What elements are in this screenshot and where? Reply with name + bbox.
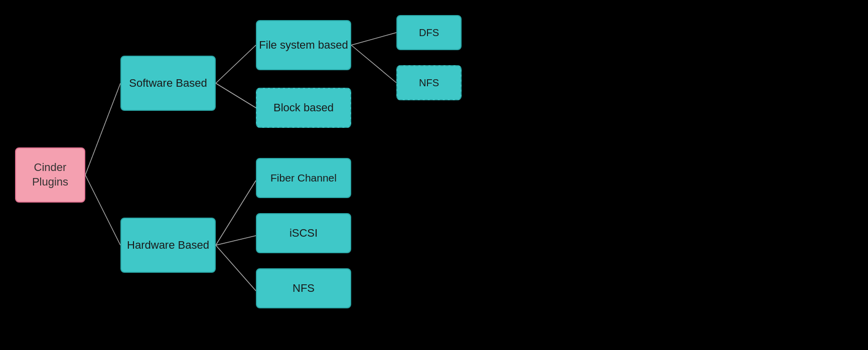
nfs-bottom-node: NFS xyxy=(256,268,351,308)
hardware-based-label: Hardware Based xyxy=(127,238,209,253)
svg-line-2 xyxy=(216,45,256,83)
iscsi-label: iSCSI xyxy=(290,226,318,241)
cinder-plugins-label: Cinder Plugins xyxy=(16,160,84,189)
block-based-label: Block based xyxy=(273,101,334,115)
filesystem-based-label: File system based xyxy=(259,38,348,53)
dfs-node: DFS xyxy=(396,15,462,50)
software-based-label: Software Based xyxy=(129,76,207,91)
hardware-based-node: Hardware Based xyxy=(120,218,216,273)
svg-line-1 xyxy=(85,175,120,245)
svg-line-0 xyxy=(85,83,120,175)
nfs-top-label: NFS xyxy=(419,76,439,89)
block-based-node: Block based xyxy=(256,88,351,128)
fiber-channel-node: Fiber Channel xyxy=(256,158,351,198)
diagram: Cinder Plugins Software Based Hardware B… xyxy=(0,0,868,350)
iscsi-node: iSCSI xyxy=(256,213,351,253)
dfs-label: DFS xyxy=(419,26,439,39)
svg-line-3 xyxy=(216,83,256,108)
svg-line-8 xyxy=(216,245,256,291)
software-based-node: Software Based xyxy=(120,56,216,111)
filesystem-based-node: File system based xyxy=(256,20,351,70)
svg-line-5 xyxy=(351,45,396,83)
nfs-top-node: NFS xyxy=(396,65,462,100)
nfs-bottom-label: NFS xyxy=(293,281,315,296)
svg-line-6 xyxy=(216,181,256,245)
svg-line-7 xyxy=(216,236,256,245)
fiber-channel-label: Fiber Channel xyxy=(270,171,337,185)
svg-line-4 xyxy=(351,33,396,45)
cinder-plugins-node: Cinder Plugins xyxy=(15,147,85,203)
